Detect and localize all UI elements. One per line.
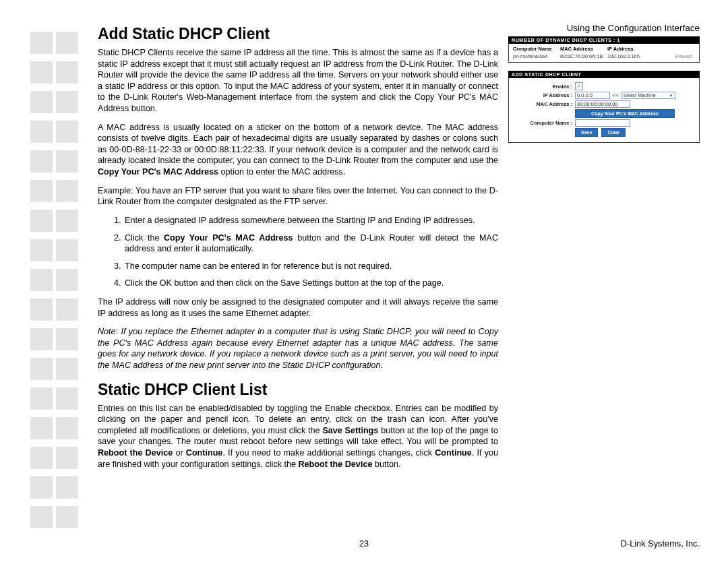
label-enable: Enable : [512,84,575,90]
page-number: 23 [0,539,728,549]
clear-button[interactable]: Clear [601,128,626,137]
input-mac-address[interactable]: 00:00:00:00:00:00 [575,100,630,108]
bar-add-static: ADD STATIC DHCP CLIENT [508,71,700,78]
para-example: Example: You have an FTP server that you… [98,185,498,208]
p2-f: button. [372,460,400,469]
heading-client-list: Static DHCP Client List [98,381,498,399]
chevron-down-icon: ▼ [669,94,673,98]
th-mac-address: MAC Address [560,46,607,52]
p2-d: . If you need to make additional setting… [222,448,435,458]
bar-dynamic-clients: NUMBER OF DYNAMIC DHCP CLIENTS : 1 [508,36,700,44]
panel-add-static: Enable : ✓ IP Address : 0.0.0.0 << Selec… [508,78,700,143]
p2-bold3: Continue [186,448,223,458]
checkbox-enable[interactable]: ✓ [575,82,583,90]
step-1: Enter a designated IP address somewhere … [123,215,498,226]
table-row: pn-multimedia4 00:0C:76:00:6A:1B 192.168… [509,53,699,62]
panel-dynamic-clients: Computer Name MAC Address IP Address pn-… [508,44,700,63]
p2-bold5: Reboot the Device [299,460,373,469]
th-computer-name: Computer Name [513,46,560,52]
label-mac: MAC Address : [512,101,575,107]
select-machine[interactable]: Select Machine ▼ [621,92,675,99]
cell-computer-name: pn-multimedia4 [513,53,560,59]
select-machine-label: Select Machine [624,93,656,98]
cell-ip: 192.168.0.165 [607,53,655,59]
bold-copy-mac: Copy Your PC's MAC Address [98,167,218,177]
heading-add-static-dhcp: Add Static DHCP Client [98,25,498,43]
para-result: The IP address will now only be assigned… [98,296,498,319]
revoke-button[interactable]: Revoke [675,53,695,59]
input-computer-name[interactable] [575,119,630,127]
step-4: Click the OK button and then click on th… [123,278,498,289]
decorative-squares [30,28,84,532]
lt-arrows: << [613,92,619,98]
p2-c: or [173,448,186,458]
p2-bold2: Reboot the Device [98,448,173,458]
main-content: Add Static DHCP Client Static DHCP Clien… [98,25,498,477]
copy-mac-button[interactable]: Copy Your PC's MAC Address [575,109,675,118]
header-section-label: Using the Configuration Interface [567,23,700,33]
step-2-bold: Copy Your PC's MAC Address [164,233,293,243]
th-ip-address: IP Address [607,46,655,52]
para-mac-a: A MAC address is usually located on a st… [98,123,498,166]
input-ip-address[interactable]: 0.0.0.0 [575,92,610,99]
figure-router-ui: NUMBER OF DYNAMIC DHCP CLIENTS : 1 Compu… [508,36,700,143]
para-note: Note: If you replace the Ethernet adapte… [98,326,498,371]
step-2a: Click the [125,233,164,243]
para-intro: Static DHCP Clients receive the same IP … [98,47,498,115]
cell-mac: 00:0C:76:00:6A:1B [560,53,607,59]
steps-list: Enter a designated IP address somewhere … [98,215,498,289]
para-client-list: Entries on this list can be enabled/disa… [98,403,498,470]
para-mac-b: option to enter the MAC address. [218,167,345,177]
save-button[interactable]: Save [575,128,598,137]
step-2: Click the Copy Your PC's MAC Address but… [123,232,498,255]
company-footer: D-Link Systems, Inc. [621,538,700,549]
para-mac-address: A MAC address is usually located on a st… [98,122,498,178]
p2-bold1: Save Settings [322,426,378,435]
label-ip: IP Address : [512,92,575,98]
p2-bold4: Continue [435,448,472,458]
label-computer-name: Computer Name : [512,120,575,126]
step-3: The computer name can be entered in for … [123,261,498,272]
